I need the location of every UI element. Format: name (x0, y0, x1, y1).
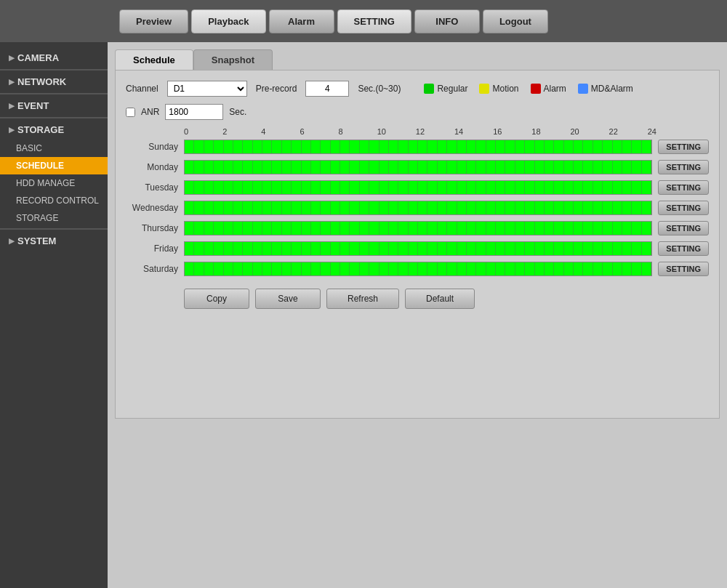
legend-regular: Regular (424, 84, 467, 94)
alarm-nav-btn[interactable]: Alarm (269, 9, 334, 33)
preview-nav-btn[interactable]: Preview (119, 9, 188, 33)
sidebar-sub-schedule[interactable]: SCHEDULE (0, 157, 108, 174)
legend-md-alarm: MD&Alarm (578, 84, 633, 94)
hour-label-0: 0 (184, 127, 222, 136)
hour-label-18: 18 (531, 127, 570, 136)
info-nav-btn[interactable]: INFO (414, 9, 480, 33)
motion-color-box (479, 84, 489, 94)
legend-motion-label: Motion (492, 84, 518, 94)
sidebar-sub-label-basic: BASIC (16, 143, 42, 153)
day-row-thursday: ThursdaySETTING (126, 219, 709, 238)
day-row-monday: MondaySETTING (126, 158, 709, 177)
hour-label-24: 24 (648, 127, 656, 136)
copy-button[interactable]: Copy (184, 289, 249, 309)
sidebar-section-network[interactable]: ▶ NETWORK (0, 72, 108, 92)
sidebar-sub-label-schedule: SCHEDULE (16, 161, 64, 171)
tabs: Schedule Snapshot (115, 49, 720, 70)
setting-btn-wednesday[interactable]: SETTING (658, 201, 709, 215)
refresh-button[interactable]: Refresh (326, 289, 399, 309)
day-label-saturday: Saturday (126, 264, 184, 274)
anr-input[interactable] (165, 104, 223, 120)
setting-btn-sunday[interactable]: SETTING (658, 140, 709, 154)
save-button[interactable]: Save (255, 289, 321, 309)
setting-btn-friday[interactable]: SETTING (658, 241, 709, 256)
sidebar-label-network: NETWORK (17, 76, 66, 87)
sidebar-divider-4 (0, 228, 108, 230)
day-row-wednesday: WednesdaySETTING (126, 198, 709, 217)
sidebar-divider-1 (0, 69, 108, 71)
day-grid-lines-sunday (185, 140, 651, 153)
anr-label: ANR (141, 107, 159, 117)
day-bar-thursday[interactable] (184, 221, 652, 235)
schedule-grid: 024681012141618202224 SundaySETTINGMonda… (126, 127, 709, 278)
day-bar-tuesday[interactable] (184, 180, 652, 195)
event-arrow-icon: ▶ (9, 102, 15, 110)
setting-btn-tuesday[interactable]: SETTING (658, 180, 709, 195)
setting-nav-btn[interactable]: SETTING (337, 9, 411, 33)
legend-motion: Motion (479, 84, 518, 94)
day-bar-saturday[interactable] (184, 262, 652, 276)
prerecord-label: Pre-record (256, 84, 297, 94)
day-label-friday: Friday (126, 243, 184, 254)
day-grid-lines-monday (185, 161, 651, 174)
playback-nav-btn[interactable]: Playback (191, 9, 265, 33)
hour-label-20: 20 (570, 127, 608, 136)
day-grid-lines-wednesday (185, 201, 651, 214)
day-bar-monday[interactable] (184, 160, 652, 174)
day-row-tuesday: TuesdaySETTING (126, 178, 709, 197)
day-bar-wednesday[interactable] (184, 201, 652, 215)
legend-regular-label: Regular (437, 84, 467, 94)
day-label-tuesday: Tuesday (126, 182, 184, 193)
day-grid-lines-tuesday (185, 181, 651, 194)
channel-select[interactable]: D1 D2 D3 D4 (167, 81, 247, 97)
sidebar-section-camera[interactable]: ▶ CAMERA (0, 48, 108, 68)
setting-btn-thursday[interactable]: SETTING (658, 221, 709, 235)
sidebar-sub-hdd-manage[interactable]: HDD MANAGE (0, 174, 108, 192)
day-rows: SundaySETTINGMondaySETTINGTuesdaySETTING… (126, 137, 709, 278)
day-label-sunday: Sunday (126, 142, 184, 152)
sidebar-divider-2 (0, 93, 108, 94)
setting-btn-monday[interactable]: SETTING (658, 160, 709, 174)
camera-arrow-icon: ▶ (9, 54, 15, 62)
sidebar-section-storage[interactable]: ▶ STORAGE (0, 120, 108, 140)
legend-alarm: Alarm (531, 84, 566, 94)
sidebar-sub-basic[interactable]: BASIC (0, 140, 108, 157)
day-bar-friday[interactable] (184, 241, 652, 256)
legend-md-alarm-label: MD&Alarm (591, 84, 633, 94)
hour-label-12: 12 (416, 127, 454, 136)
sidebar-sub-storage[interactable]: STORAGE (0, 209, 108, 227)
default-button[interactable]: Default (405, 289, 475, 309)
legend-alarm-label: Alarm (544, 84, 566, 94)
sidebar-sub-record-control[interactable]: RECORD CONTROL (0, 192, 108, 209)
sidebar-label-camera: CAMERA (17, 52, 59, 63)
day-grid-lines-friday (185, 242, 651, 255)
sidebar-label-system: SYSTEM (17, 235, 56, 246)
day-bar-sunday[interactable] (184, 140, 652, 154)
regular-color-box (424, 84, 434, 94)
anr-row: ANR Sec. (126, 104, 709, 120)
logout-nav-btn[interactable]: Logout (483, 9, 548, 33)
hour-label-14: 14 (454, 127, 493, 136)
sidebar-section-system[interactable]: ▶ SYSTEM (0, 231, 108, 251)
sidebar-sub-label-hdd-manage: HDD MANAGE (16, 178, 75, 188)
setting-btn-saturday[interactable]: SETTING (658, 262, 709, 276)
anr-checkbox[interactable] (126, 108, 135, 117)
hour-label-6: 6 (300, 127, 338, 136)
prerecord-input[interactable]: 4 (305, 81, 349, 97)
content-area: Schedule Snapshot Channel D1 D2 D3 D4 Pr… (108, 42, 727, 588)
tab-schedule[interactable]: Schedule (115, 49, 193, 70)
system-arrow-icon: ▶ (9, 237, 15, 245)
storage-arrow-icon: ▶ (9, 126, 15, 134)
day-row-saturday: SaturdaySETTING (126, 259, 709, 278)
hour-label-16: 16 (493, 127, 531, 136)
hour-label-10: 10 (377, 127, 416, 136)
hour-labels: 024681012141618202224 (184, 127, 656, 136)
day-label-thursday: Thursday (126, 223, 184, 233)
day-row-friday: FridaySETTING (126, 239, 709, 258)
hour-label-22: 22 (609, 127, 648, 136)
sidebar-section-event[interactable]: ▶ EVENT (0, 96, 108, 116)
day-grid-lines-thursday (185, 222, 651, 235)
network-arrow-icon: ▶ (9, 78, 15, 86)
tab-snapshot[interactable]: Snapshot (193, 49, 273, 70)
sidebar: ▶ CAMERA ▶ NETWORK ▶ EVENT ▶ STORAGE BAS… (0, 42, 108, 588)
